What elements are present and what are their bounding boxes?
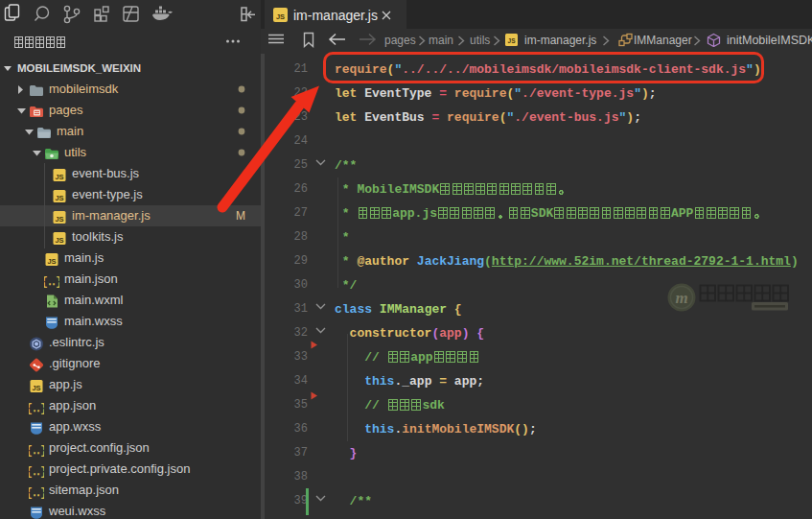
svg-text:JS: JS <box>55 172 63 180</box>
svg-text:JS: JS <box>276 12 285 20</box>
svg-text:JS: JS <box>508 37 517 44</box>
svg-text:{‥}: {‥} <box>29 485 44 499</box>
svg-text:{‥}: {‥} <box>29 464 44 478</box>
svg-text:{‥}: {‥} <box>29 443 44 457</box>
svg-text:m: m <box>675 289 687 307</box>
svg-text:JS: JS <box>55 214 63 223</box>
svg-text:JS: JS <box>55 193 63 201</box>
svg-text:{‥}: {‥} <box>29 401 44 414</box>
svg-text:JS: JS <box>47 256 56 265</box>
svg-text:{‥}: {‥} <box>44 274 59 288</box>
svg-text:JS: JS <box>32 383 40 391</box>
svg-text:JS: JS <box>55 235 63 244</box>
